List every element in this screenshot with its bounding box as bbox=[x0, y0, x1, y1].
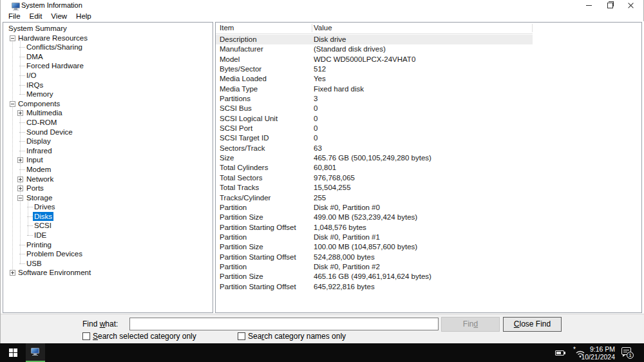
tree-item-cd-rom[interactable]: CD-ROM bbox=[3, 118, 213, 128]
value-cell: 976,768,065 bbox=[314, 173, 623, 183]
item-cell: Total Tracks bbox=[220, 183, 311, 193]
close-find-button[interactable]: Close Find bbox=[503, 317, 562, 332]
value-cell: 63 bbox=[314, 144, 623, 153]
search-selected-category-label: Search selected category only bbox=[93, 332, 196, 341]
table-row[interactable]: Partition Size465.16 GB (499,461,914,624… bbox=[216, 272, 533, 281]
item-cell: Bytes/Sector bbox=[220, 64, 311, 74]
table-row[interactable]: Media TypeFixed hard disk bbox=[216, 84, 533, 94]
table-row[interactable]: Tracks/Cylinder255 bbox=[216, 193, 533, 203]
tree-item-modem[interactable]: Modem bbox=[3, 165, 213, 175]
tree-item-disks[interactable]: Disks bbox=[3, 212, 213, 222]
table-row[interactable]: Partition Size100.00 MB (104,857,600 byt… bbox=[216, 242, 533, 252]
table-row[interactable]: ModelWDC WD5000LPCX-24VHAT0 bbox=[216, 55, 533, 64]
tree-item-problem-devices[interactable]: Problem Devices bbox=[3, 249, 213, 259]
search-category-names-checkbox[interactable] bbox=[238, 332, 245, 340]
tree-item-label: Multimedia bbox=[25, 108, 64, 118]
table-row[interactable]: Partition Starting Offset645,922,816 byt… bbox=[216, 282, 533, 292]
table-row[interactable]: PartitionDisk #0, Partition #2 bbox=[216, 262, 533, 272]
tree-item-label: I/O bbox=[25, 71, 37, 81]
column-divider[interactable] bbox=[312, 24, 312, 32]
table-row[interactable]: Total Sectors976,768,065 bbox=[216, 173, 533, 183]
column-header-value[interactable]: Value bbox=[314, 24, 332, 32]
column-divider[interactable] bbox=[532, 24, 533, 32]
menu-help[interactable]: Help bbox=[71, 12, 96, 21]
table-row[interactable]: Total Cylinders60,801 bbox=[216, 163, 533, 173]
collapse-icon[interactable] bbox=[17, 195, 23, 201]
tree-item-label: Drives bbox=[33, 202, 57, 212]
tree-item-display[interactable]: Display bbox=[3, 137, 213, 146]
table-row[interactable]: Sectors/Track63 bbox=[216, 144, 533, 153]
clock-date: 10/21/2024 bbox=[567, 353, 615, 361]
expand-icon[interactable] bbox=[17, 157, 23, 163]
tree-item-storage[interactable]: Storage bbox=[3, 193, 213, 203]
tree-item-usb[interactable]: USB bbox=[3, 259, 213, 269]
category-tree-panel: System SummaryHardware ResourcesConflict… bbox=[3, 22, 213, 313]
expand-icon[interactable] bbox=[17, 176, 23, 182]
tree-item-infrared[interactable]: Infrared bbox=[3, 146, 213, 156]
start-button[interactable] bbox=[4, 343, 22, 362]
expand-icon[interactable] bbox=[17, 186, 23, 191]
tree-item-system-summary[interactable]: System Summary bbox=[3, 24, 213, 33]
item-cell: Partition Size bbox=[220, 272, 311, 281]
menu-file[interactable]: File bbox=[4, 12, 25, 21]
close-button[interactable] bbox=[620, 0, 641, 10]
details-panel: Item Value DescriptionDisk driveManufact… bbox=[215, 22, 642, 313]
minimize-button[interactable] bbox=[579, 0, 600, 10]
tree-item-sound-device[interactable]: Sound Device bbox=[3, 128, 213, 137]
taskbar-system-information-app[interactable] bbox=[26, 343, 45, 362]
table-row[interactable]: SCSI Logical Unit0 bbox=[216, 114, 533, 124]
table-row[interactable]: SCSI Target ID0 bbox=[216, 133, 533, 143]
tree-item-drives[interactable]: Drives bbox=[3, 202, 213, 212]
table-row[interactable]: PartitionDisk #0, Partition #1 bbox=[216, 233, 533, 242]
menu-view[interactable]: View bbox=[46, 12, 71, 21]
tree-item-input[interactable]: Input bbox=[3, 155, 213, 165]
tree-item-network[interactable]: Network bbox=[3, 175, 213, 184]
table-row[interactable]: Media LoadedYes bbox=[216, 74, 533, 84]
tree-item-ide[interactable]: IDE bbox=[3, 231, 213, 240]
table-row[interactable]: PartitionDisk #0, Partition #0 bbox=[216, 203, 533, 213]
table-row[interactable]: Partitions3 bbox=[216, 94, 533, 104]
tree-item-memory[interactable]: Memory bbox=[3, 90, 213, 99]
tree-item-multimedia[interactable]: Multimedia bbox=[3, 108, 213, 118]
collapse-icon[interactable] bbox=[10, 35, 15, 41]
collapse-icon[interactable] bbox=[10, 101, 15, 107]
table-row[interactable]: Size465.76 GB (500,105,249,280 bytes) bbox=[216, 153, 533, 163]
tree-item-dma[interactable]: DMA bbox=[3, 52, 213, 62]
find-input[interactable] bbox=[129, 318, 439, 330]
tree-item-conflicts-sharing[interactable]: Conflicts/Sharing bbox=[3, 43, 213, 52]
item-cell: SCSI Target ID bbox=[220, 133, 311, 143]
search-selected-category-checkbox[interactable] bbox=[82, 332, 90, 340]
tree-item-irqs[interactable]: IRQs bbox=[3, 81, 213, 90]
restore-button[interactable] bbox=[600, 0, 620, 10]
find-button[interactable]: Find bbox=[441, 317, 500, 332]
action-center-icon[interactable]: 1 bbox=[621, 347, 633, 357]
expand-icon[interactable] bbox=[10, 270, 15, 276]
tree-item-label: Components bbox=[17, 99, 61, 109]
table-row[interactable]: SCSI Bus0 bbox=[216, 104, 533, 113]
expand-icon[interactable] bbox=[17, 110, 23, 116]
table-row[interactable]: Partition Starting Offset524,288,000 byt… bbox=[216, 252, 533, 262]
tree-item-components[interactable]: Components bbox=[3, 99, 213, 109]
tree-item-printing[interactable]: Printing bbox=[3, 240, 213, 250]
tree-item-scsi[interactable]: SCSI bbox=[3, 221, 213, 231]
table-row[interactable]: Total Tracks15,504,255 bbox=[216, 183, 533, 193]
tree-item-software-environment[interactable]: Software Environment bbox=[3, 268, 213, 278]
battery-icon[interactable] bbox=[555, 350, 564, 356]
tree-item-forced-hardware[interactable]: Forced Hardware bbox=[3, 61, 213, 71]
table-row[interactable]: Bytes/Sector512 bbox=[216, 64, 533, 74]
value-cell: 0 bbox=[314, 104, 623, 113]
column-header-item[interactable]: Item bbox=[220, 24, 234, 32]
value-cell: Disk #0, Partition #0 bbox=[314, 203, 623, 213]
tree-item-ports[interactable]: Ports bbox=[3, 184, 213, 193]
item-cell: Partition Size bbox=[220, 213, 311, 222]
tree-item-i-o[interactable]: I/O bbox=[3, 71, 213, 81]
table-row[interactable]: Manufacturer(Standard disk drives) bbox=[216, 44, 533, 54]
taskbar-clock[interactable]: 9:16 PM 10/21/2024 bbox=[567, 345, 615, 361]
table-row[interactable]: Partition Starting Offset1,048,576 bytes bbox=[216, 223, 533, 233]
item-cell: Partition Size bbox=[220, 242, 311, 252]
table-row[interactable]: Partition Size499.00 MB (523,239,424 byt… bbox=[216, 213, 533, 222]
table-row[interactable]: DescriptionDisk drive bbox=[216, 35, 533, 44]
table-row[interactable]: SCSI Port0 bbox=[216, 124, 533, 133]
menu-edit[interactable]: Edit bbox=[25, 12, 47, 21]
tree-item-hardware-resources[interactable]: Hardware Resources bbox=[3, 33, 213, 43]
